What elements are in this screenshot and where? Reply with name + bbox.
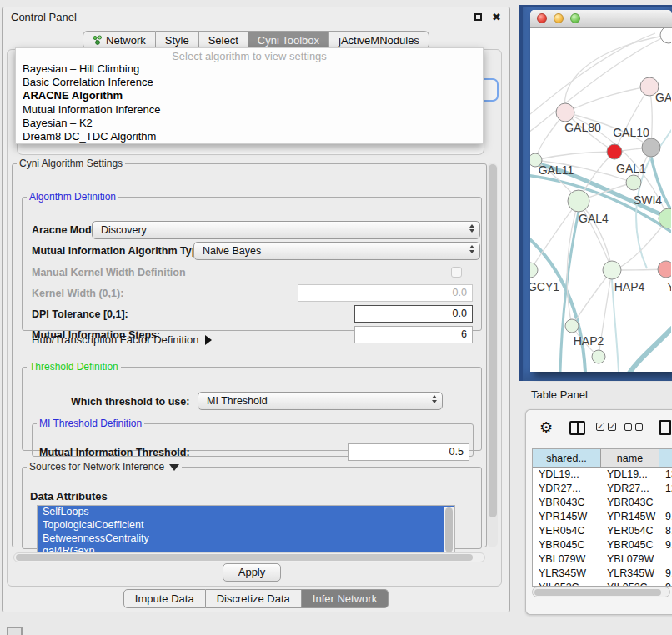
which-threshold-select[interactable]: MI Threshold bbox=[198, 392, 443, 410]
table-cell[interactable]: 12 bbox=[659, 482, 672, 496]
float-window-icon[interactable] bbox=[474, 13, 482, 21]
table-cell[interactable] bbox=[659, 496, 672, 510]
table-row[interactable]: YBR045CYBR045C9. bbox=[533, 538, 672, 552]
sources-title[interactable]: Sources for Network Inference bbox=[27, 461, 182, 472]
network-node-hap2[interactable] bbox=[565, 319, 579, 332]
network-edge[interactable] bbox=[560, 212, 579, 372]
tab-jactivemnodules[interactable]: jActiveMNodules bbox=[329, 31, 429, 49]
table-cell[interactable]: YDL19... bbox=[533, 468, 601, 482]
mi-type-select[interactable]: Naive Bayes bbox=[193, 242, 480, 260]
algorithm-option-mutual-information-inference[interactable]: Mutual Information Inference bbox=[16, 103, 483, 117]
close-traffic-light-icon[interactable] bbox=[537, 13, 547, 23]
table-cell[interactable]: YLR345W bbox=[533, 567, 601, 581]
attribute-item-betweennesscentrality[interactable]: BetweennessCentrality bbox=[38, 532, 454, 546]
attribute-list-scrollbar[interactable] bbox=[444, 507, 454, 558]
table-cell[interactable]: YER054C bbox=[601, 524, 659, 538]
column-header-a[interactable]: A bbox=[659, 449, 672, 468]
mi-threshold-field[interactable]: 0.5 bbox=[348, 443, 469, 461]
settings-horizontal-scrollbar[interactable] bbox=[13, 552, 485, 562]
table-cell[interactable]: YDL19... bbox=[601, 468, 659, 482]
column-header-name[interactable]: name bbox=[601, 449, 659, 468]
table-cell[interactable]: 9. bbox=[659, 581, 672, 587]
table-cell[interactable]: 9. bbox=[659, 538, 672, 552]
table-cell[interactable] bbox=[659, 552, 672, 567]
tab-cyni-toolbox[interactable]: Cyni Toolbox bbox=[248, 31, 329, 49]
network-node-gal10[interactable] bbox=[607, 144, 622, 159]
algorithm-option-aracne-algorithm[interactable]: ARACNE Algorithm bbox=[16, 89, 483, 102]
network-edge[interactable] bbox=[572, 270, 612, 326]
table-cell[interactable]: 9. bbox=[659, 567, 672, 581]
tab-select[interactable]: Select bbox=[199, 31, 248, 49]
table-cell[interactable]: YBR045C bbox=[533, 538, 601, 552]
network-node-gcy1[interactable] bbox=[530, 262, 538, 278]
table-cell[interactable]: YBR043C bbox=[533, 496, 601, 510]
hub-definition-expander[interactable]: Hub/Transcription Factor Definition bbox=[32, 333, 212, 346]
network-edge[interactable] bbox=[564, 35, 669, 112]
tab-style[interactable]: Style bbox=[156, 31, 199, 49]
table-horizontal-scrollbar[interactable] bbox=[532, 587, 670, 598]
network-edge[interactable] bbox=[627, 327, 671, 372]
network-canvas[interactable]: GALGAL80GAL10GAL11GAL1SWI4GAL4GCY1HAP4YH… bbox=[530, 28, 672, 372]
network-node[interactable] bbox=[660, 28, 671, 43]
close-icon[interactable]: ✖ bbox=[492, 12, 501, 22]
table-cell[interactable]: YBL079W bbox=[601, 552, 659, 567]
network-node-gal4[interactable] bbox=[568, 190, 589, 212]
bottom-tab-impute-data[interactable]: Impute Data bbox=[123, 589, 206, 608]
column-header-shared[interactable]: shared... bbox=[533, 449, 601, 468]
mi-steps-field[interactable]: 6 bbox=[354, 326, 473, 343]
table-cell[interactable]: YDR27... bbox=[533, 482, 601, 496]
dpi-tolerance-field[interactable]: 0.0 bbox=[354, 305, 473, 322]
bottom-tab-infer-network[interactable]: Infer Network bbox=[302, 589, 389, 608]
kernel-width-field[interactable]: 0.0 bbox=[298, 284, 473, 302]
apply-button[interactable]: Apply bbox=[223, 563, 281, 582]
table-row[interactable]: YLR345WYLR345W9. bbox=[533, 567, 672, 581]
zoom-traffic-light-icon[interactable] bbox=[570, 13, 580, 23]
table-cell[interactable]: YDR27... bbox=[601, 482, 659, 496]
algorithm-option-bayesian-hill-climbing[interactable]: Bayesian – Hill Climbing bbox=[16, 62, 483, 76]
table-cell[interactable]: YBR043C bbox=[601, 496, 659, 510]
network-node[interactable] bbox=[592, 350, 605, 363]
table-row[interactable]: YIL052CYIL052C9. bbox=[533, 581, 672, 587]
network-node-y[interactable] bbox=[658, 261, 671, 278]
table-cell[interactable]: YER054C bbox=[533, 524, 601, 538]
table-cell[interactable]: YIL052C bbox=[601, 581, 659, 587]
attribute-item-topologicalcoefficient[interactable]: TopologicalCoefficient bbox=[38, 519, 454, 532]
table-cell[interactable]: YLR345W bbox=[601, 567, 659, 581]
table-row[interactable]: YER054CYER054C8. bbox=[533, 524, 672, 538]
select-all-columns-icon[interactable]: ✓✓ bbox=[596, 422, 616, 431]
table-row[interactable]: YDL19...YDL19...13 bbox=[533, 468, 672, 482]
algorithm-option-dream8-dc-tdc-algorithm[interactable]: Dream8 DC_TDC Algorithm bbox=[16, 130, 483, 143]
network-edge[interactable] bbox=[530, 33, 655, 118]
table-row[interactable]: YBL079WYBL079W bbox=[533, 552, 672, 567]
algorithm-option-basic-correlation-inference[interactable]: Basic Correlation Inference bbox=[16, 76, 483, 89]
table-cell[interactable]: YBL079W bbox=[533, 552, 601, 567]
deselect-all-columns-icon[interactable] bbox=[624, 423, 643, 431]
network-edge[interactable] bbox=[535, 152, 614, 160]
tab-network[interactable]: Network bbox=[83, 31, 156, 49]
manual-kernel-checkbox[interactable] bbox=[451, 267, 462, 278]
table-row[interactable]: YBR043CYBR043C bbox=[533, 496, 672, 510]
network-edge[interactable] bbox=[530, 235, 585, 372]
table-cell[interactable]: YPR145W bbox=[601, 510, 659, 524]
columns-icon[interactable] bbox=[569, 421, 585, 435]
settings-vertical-scrollbar[interactable] bbox=[487, 162, 498, 548]
table-row[interactable]: YPR145WYPR145W9. bbox=[533, 510, 672, 524]
network-node-hap4[interactable] bbox=[603, 261, 621, 279]
network-edge[interactable] bbox=[530, 201, 579, 270]
table-cell[interactable]: YPR145W bbox=[533, 510, 601, 524]
table-row[interactable]: YDR27...YDR27...12 bbox=[533, 482, 672, 496]
table-cell[interactable]: 13 bbox=[659, 468, 672, 482]
network-node-gal1[interactable] bbox=[626, 175, 641, 190]
export-table-icon[interactable] bbox=[659, 420, 671, 435]
network-node-gal80[interactable] bbox=[556, 103, 574, 122]
minimize-traffic-light-icon[interactable] bbox=[554, 13, 564, 23]
table-cell[interactable]: 8. bbox=[659, 524, 672, 538]
table-cell[interactable]: YIL052C bbox=[533, 581, 601, 587]
attribute-item-selfloops[interactable]: SelfLoops bbox=[38, 506, 454, 519]
gear-icon[interactable]: ⚙ bbox=[539, 418, 553, 437]
table-cell[interactable]: YBR045C bbox=[601, 538, 659, 552]
network-window-titlebar[interactable] bbox=[530, 10, 672, 28]
aracne-mode-select[interactable]: Discovery bbox=[92, 221, 480, 239]
network-node[interactable] bbox=[642, 138, 660, 157]
algorithm-option-bayesian-k2[interactable]: Bayesian – K2 bbox=[16, 117, 483, 130]
